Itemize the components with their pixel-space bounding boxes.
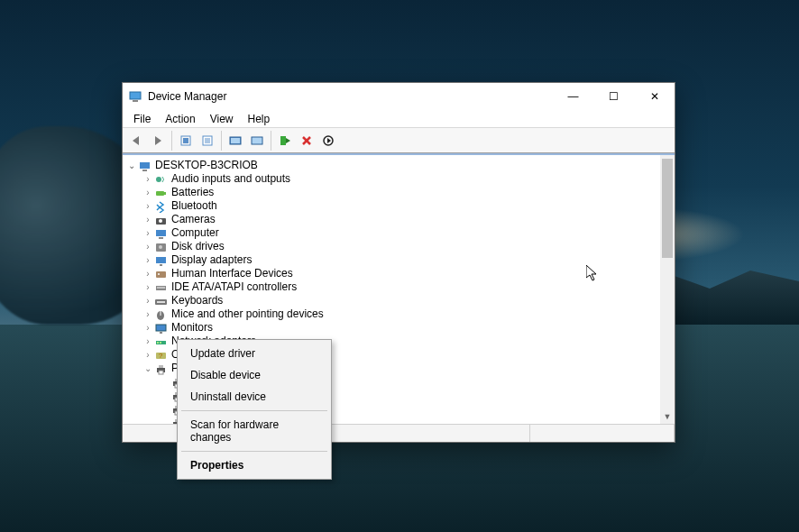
svg-rect-11 <box>231 138 240 143</box>
scroll-down-icon[interactable]: ▼ <box>660 409 675 424</box>
minimize-icon: — <box>568 90 579 103</box>
svg-marker-18 <box>327 138 331 143</box>
properties-button[interactable] <box>197 130 218 151</box>
svg-rect-0 <box>130 92 141 99</box>
mouse-icon <box>153 308 168 321</box>
svg-rect-42 <box>160 332 162 334</box>
menu-item-uninstall-device[interactable]: Uninstall device <box>179 386 329 408</box>
menu-item-update-driver[interactable]: Update driver <box>179 343 329 364</box>
enable-device-button[interactable] <box>274 130 296 151</box>
show-hidden-button[interactable] <box>175 130 197 151</box>
network-icon <box>153 335 168 348</box>
tree-item-label: Disk drives <box>171 240 225 253</box>
chevron-right-icon[interactable]: › <box>142 172 153 186</box>
svg-rect-30 <box>156 257 166 263</box>
battery-icon <box>153 187 168 199</box>
nav-forward-button[interactable] <box>147 130 169 151</box>
svg-marker-3 <box>155 136 161 145</box>
menu-separator <box>181 451 327 452</box>
tree-item[interactable]: ›Cameras <box>142 213 675 226</box>
close-button[interactable]: ✕ <box>634 83 675 110</box>
svg-marker-14 <box>286 138 290 143</box>
disk-icon <box>153 241 168 253</box>
menu-help[interactable]: Help <box>241 111 278 127</box>
tree-root[interactable]: ⌄DESKTOP-B3CRIOB <box>126 159 675 172</box>
chevron-right-icon[interactable]: › <box>142 280 153 294</box>
monitor-icon <box>153 322 168 335</box>
help-button[interactable] <box>246 130 268 151</box>
minimize-button[interactable]: — <box>553 83 593 110</box>
tree-item[interactable]: ›Batteries <box>142 186 675 199</box>
status-cell <box>530 425 675 442</box>
tree-item-label: Audio inputs and outputs <box>171 172 290 186</box>
menu-item-properties[interactable]: Properties <box>179 454 329 476</box>
titlebar[interactable]: Device Manager — ☐ ✕ <box>123 83 675 110</box>
menu-item-disable-device[interactable]: Disable device <box>179 364 329 386</box>
svg-rect-31 <box>160 264 162 266</box>
menubar: File Action View Help <box>123 110 675 128</box>
tree-item-label: IDE ATA/ATAPI controllers <box>171 280 297 294</box>
chevron-right-icon[interactable]: › <box>142 253 153 267</box>
context-menu[interactable]: Update driverDisable deviceUninstall dev… <box>177 339 332 480</box>
uninstall-button[interactable] <box>317 130 339 151</box>
tree-item-label: Human Interface Devices <box>171 267 293 280</box>
svg-point-29 <box>159 245 162 249</box>
menu-file[interactable]: File <box>126 111 158 127</box>
menu-item-scan-for-hardware-changes[interactable]: Scan for hardware changes <box>179 414 329 448</box>
svg-point-45 <box>160 342 161 344</box>
svg-text:?: ? <box>158 352 162 360</box>
svg-rect-12 <box>252 137 262 144</box>
menu-action[interactable]: Action <box>158 111 202 127</box>
svg-rect-27 <box>159 237 163 239</box>
svg-rect-50 <box>159 371 163 374</box>
svg-point-21 <box>156 177 161 182</box>
chevron-right-icon[interactable]: › <box>142 294 153 307</box>
tree-item-label: Keyboards <box>171 294 223 307</box>
maximize-icon: ☐ <box>609 90 619 103</box>
svg-rect-37 <box>157 301 165 303</box>
tree-item[interactable]: ›Audio inputs and outputs <box>142 172 675 186</box>
tree-item[interactable]: ›Computer <box>142 226 675 240</box>
svg-point-44 <box>157 342 159 344</box>
chevron-right-icon[interactable]: › <box>142 307 153 321</box>
tree-item[interactable]: ›Monitors <box>142 321 675 335</box>
tree-item[interactable]: ›Mice and other pointing devices <box>142 307 675 321</box>
scrollbar-thumb[interactable] <box>662 159 673 258</box>
tree-item[interactable]: ›Bluetooth <box>142 199 675 213</box>
vertical-scrollbar[interactable]: ▲ ▼ <box>660 155 675 424</box>
chevron-right-icon[interactable]: › <box>142 348 153 362</box>
chevron-right-icon[interactable]: › <box>142 213 153 226</box>
tree-item[interactable]: ›Disk drives <box>142 240 675 253</box>
ide-icon <box>153 281 168 294</box>
chevron-right-icon[interactable]: › <box>142 321 153 335</box>
disable-device-button[interactable] <box>296 130 317 151</box>
chevron-down-icon[interactable]: ⌄ <box>142 362 153 375</box>
svg-rect-19 <box>140 162 150 169</box>
chevron-right-icon[interactable]: › <box>142 335 153 348</box>
computer-icon <box>137 160 152 172</box>
menu-separator <box>181 410 327 411</box>
svg-rect-32 <box>156 271 166 278</box>
svg-rect-49 <box>159 365 163 368</box>
svg-rect-26 <box>156 230 166 236</box>
tree-root-label: DESKTOP-B3CRIOB <box>155 159 258 172</box>
refresh-button[interactable] <box>225 130 246 151</box>
chevron-right-icon[interactable]: › <box>142 186 153 199</box>
svg-point-25 <box>159 219 162 223</box>
chevron-right-icon[interactable]: › <box>142 267 153 280</box>
tree-item-label: Batteries <box>171 186 214 199</box>
maximize-button[interactable]: ☐ <box>593 83 634 110</box>
chevron-down-icon[interactable]: ⌄ <box>126 159 137 172</box>
svg-marker-66 <box>586 265 596 280</box>
tree-item[interactable]: ›Keyboards <box>142 294 675 307</box>
chevron-right-icon[interactable]: › <box>142 226 153 240</box>
chevron-right-icon[interactable]: › <box>142 240 153 253</box>
svg-rect-5 <box>183 138 188 143</box>
menu-view[interactable]: View <box>203 111 241 127</box>
chevron-right-icon[interactable]: › <box>142 199 153 213</box>
camera-icon <box>153 214 168 226</box>
tree-item-label: Monitors <box>171 321 213 335</box>
toolbar <box>123 128 675 153</box>
nav-back-button[interactable] <box>125 130 147 151</box>
svg-rect-40 <box>156 325 166 331</box>
